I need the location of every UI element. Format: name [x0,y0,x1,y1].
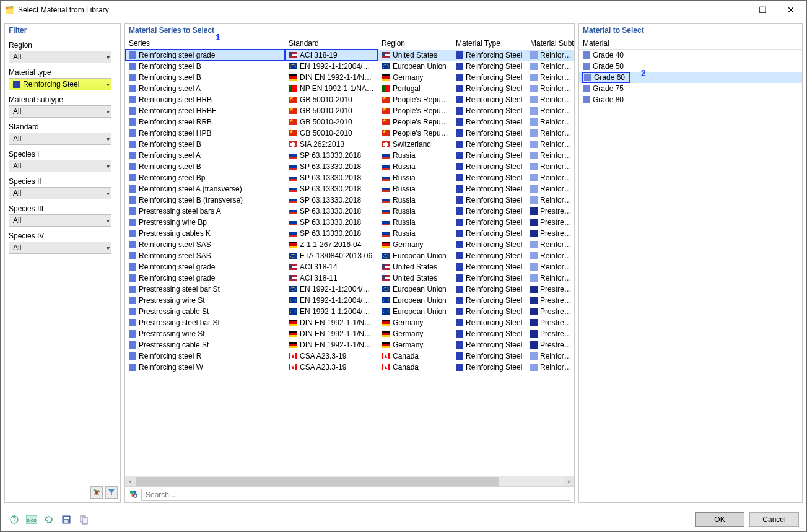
horizontal-scrollbar[interactable]: ‹ › [125,476,574,486]
svg-text:0,00: 0,00 [27,518,37,523]
scroll-left-button[interactable]: ‹ [125,476,136,486]
maximize-button[interactable]: ☐ [748,1,777,19]
scroll-right-button[interactable]: › [564,476,574,486]
material-swatch-icon [583,85,590,92]
units-icon[interactable]: 0,00 [25,513,38,526]
subtype-icon [530,274,538,282]
series-row[interactable]: Prestressing cable StDIN EN 1992-1-1/NA/… [125,339,574,351]
material-swatch-icon [583,63,590,70]
svg-rect-14 [82,518,87,524]
series-row[interactable]: Prestressing cable StEN 1992-1-1:2004/A1… [125,306,574,317]
subtype-icon [530,118,538,126]
ok-button[interactable]: OK [695,512,744,527]
filter-combo-species3[interactable]: All▾ [9,214,111,227]
series-row[interactable]: Reinforcing steel RRBGB 50010-2010People… [125,116,574,128]
filter-button[interactable] [105,486,118,499]
col-subtype[interactable]: Material Subtype [526,37,574,50]
info-icon[interactable]: ? [8,513,20,526]
filter-combo-material_subtype[interactable]: All▾ [9,105,111,118]
series-row[interactable]: Prestressing steel bar StEN 1992-1-1:200… [125,284,574,295]
series-row[interactable]: Reinforcing steel gradeACI 318-14United … [125,261,574,273]
materials-header: Material to Select [579,24,802,37]
series-row[interactable]: Prestressing wire BpSP 63.13330.2018Russ… [125,217,574,228]
series-row[interactable]: Reinforcing steel HPBGB 50010-2010People… [125,128,574,139]
material-item[interactable]: Grade 60 [579,72,802,83]
col-series[interactable]: Series [125,37,285,50]
minimize-button[interactable]: — [720,1,748,19]
flag-icon [382,197,390,203]
series-row[interactable]: Reinforcing steel ANP EN 1992-1-1/NA:201… [125,83,574,94]
series-row[interactable]: Reinforcing steel BSP 63.13330.2018Russi… [125,161,574,172]
series-row[interactable]: Reinforcing steel B (transverse)SP 63.13… [125,194,574,206]
filter-value: All [13,216,107,225]
save-icon[interactable] [60,513,72,526]
type-icon [456,63,463,70]
series-row[interactable]: Prestressing wire StEN 1992-1-1:2004/A1:… [125,295,574,306]
clear-filter-button[interactable] [90,486,103,499]
material-item[interactable]: Grade 80 [579,94,802,105]
copy-icon[interactable] [77,513,90,526]
cancel-button[interactable]: Cancel [749,512,799,527]
col-region[interactable]: Region [378,37,452,50]
flag-icon [382,242,390,248]
type-icon [456,230,463,237]
series-row[interactable]: Reinforcing steel SASETA-13/0840:2013-06… [125,250,574,261]
col-type[interactable]: Material Type [452,37,526,50]
series-row[interactable]: Reinforcing steel BSIA 262:2013Switzerla… [125,139,574,150]
series-row[interactable]: Prestressing wire StDIN EN 1992-1-1/NA/A… [125,328,574,339]
series-row[interactable]: Reinforcing steel SASZ-1.1-267:2016-04Ge… [125,239,574,250]
filter-combo-material_type[interactable]: Reinforcing Steel▾ [9,78,111,90]
series-row[interactable]: Prestressing steel bar StDIN EN 1992-1-1… [125,317,574,328]
series-row[interactable]: Prestressing steel bars ASP 63.13330.201… [125,206,574,217]
series-row[interactable]: Reinforcing steel gradeACI 318-19United … [125,50,574,61]
material-icon [129,85,136,92]
type-icon [456,319,463,326]
materials-column-header[interactable]: Material [579,37,802,50]
filter-combo-standard[interactable]: All▾ [9,133,111,145]
flag-icon [289,152,297,159]
filter-value: All [13,162,107,170]
series-row[interactable]: Reinforcing steel BDIN EN 1992-1-1/NA/A1… [125,72,574,83]
flag-icon [289,264,297,270]
flag-icon [382,108,390,114]
search-input[interactable] [141,489,570,501]
series-row[interactable]: Reinforcing steel RCSA A23.3-19CanadaRei… [125,351,574,362]
material-item[interactable]: Grade 50 [579,61,802,72]
type-icon [456,129,463,137]
series-row[interactable]: Prestressing cables KSP 63.13330.2018Rus… [125,228,574,239]
filter-combo-region[interactable]: All▾ [9,51,111,63]
app-icon: 🗂️ [4,5,14,15]
series-row[interactable]: Reinforcing steel BpSP 63.13330.2018Russ… [125,172,574,183]
series-row[interactable]: Reinforcing steel HRBGB 50010-2010People… [125,94,574,105]
series-row[interactable]: Reinforcing steel BEN 1992-1-1:2004/A1:2… [125,61,574,72]
subtype-icon [530,163,538,170]
material-icon [129,330,136,338]
series-row[interactable]: Reinforcing steel gradeACI 318-11United … [125,273,574,284]
material-item[interactable]: Grade 75 [579,83,802,94]
material-icon [129,252,136,259]
filter-combo-species4[interactable]: All▾ [9,242,111,254]
series-row[interactable]: Reinforcing steel WCSA A23.3-19CanadaRei… [125,362,574,373]
material-item[interactable]: Grade 40 [579,50,802,61]
flag-icon [289,74,297,81]
material-icon [129,196,136,204]
series-row[interactable]: Reinforcing steel HRBFGB 50010-2010Peopl… [125,105,574,116]
series-row[interactable]: Reinforcing steel A (transverse)SP 63.13… [125,183,574,194]
flag-icon [289,275,297,281]
filter-value: Reinforcing Steel [23,80,107,89]
series-row[interactable]: Reinforcing steel ASP 63.13330.2018Russi… [125,150,574,161]
refresh-icon[interactable] [43,513,55,526]
close-button[interactable]: ✕ [777,1,805,19]
col-standard[interactable]: Standard [285,37,378,50]
subtype-icon [530,196,538,204]
flag-icon [289,364,297,370]
filter-combo-species2[interactable]: All▾ [9,187,111,199]
filter-combo-species1[interactable]: All▾ [9,160,111,172]
material-icon [129,230,136,237]
material-icon [129,74,136,81]
subtype-icon [530,219,538,226]
series-panel: Material Series to Select 1 Series Stand… [124,23,575,503]
flag-icon [289,119,297,125]
flag-icon [289,175,297,181]
chevron-down-icon: ▾ [107,217,110,224]
